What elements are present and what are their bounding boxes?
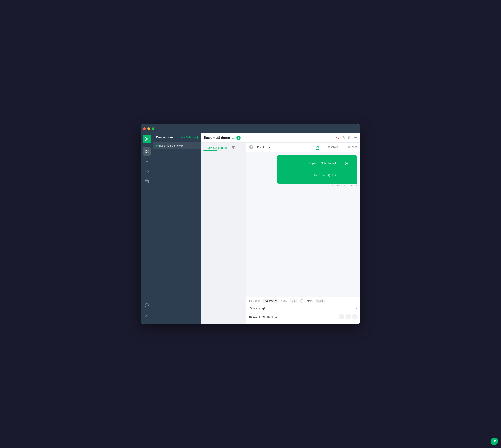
main-area: flask-mqtt-demo ⌵⌵ 1 ⏻ ✎ ⊞ ••• + bbox=[201, 133, 360, 323]
help-icon[interactable]: ? bbox=[249, 145, 253, 149]
qos-label: QoS: bbox=[281, 299, 287, 302]
sidebar-item-data[interactable] bbox=[143, 177, 151, 185]
content-area: + New Subscription bbox=[201, 143, 360, 323]
connection-name: flask-mqtt-demo@b... bbox=[159, 144, 185, 147]
new-collection-button[interactable]: New Collection bbox=[179, 135, 198, 139]
redo-button[interactable]: → bbox=[352, 314, 358, 320]
message-bubble: Topic: /flask/mqtt QoS: 0 Hello from MQT… bbox=[277, 155, 357, 184]
info-icon bbox=[145, 303, 149, 307]
edit-button[interactable]: ✎ bbox=[342, 136, 345, 140]
svg-rect-6 bbox=[145, 180, 149, 181]
publish-area: Payload: Plaintext ∨ QoS: 0 ∨ bbox=[246, 297, 360, 323]
retain-checkbox-input[interactable] bbox=[300, 299, 303, 303]
topic-expand-icon[interactable]: ∨ bbox=[355, 306, 358, 310]
sidebar-item-info[interactable] bbox=[143, 301, 151, 309]
payload-format-dropdown[interactable]: Plaintext ∨ bbox=[262, 299, 279, 303]
settings-icon bbox=[145, 313, 149, 317]
sidebar-item-settings[interactable] bbox=[143, 311, 151, 320]
qos-dropdown[interactable]: 0 ∨ bbox=[290, 299, 297, 303]
logo-icon bbox=[144, 136, 149, 142]
data-icon bbox=[145, 179, 149, 183]
svg-rect-1 bbox=[147, 150, 148, 151]
connections-title: Connections bbox=[156, 136, 173, 139]
svg-rect-0 bbox=[145, 150, 147, 151]
message-tabs: All | Received | Published bbox=[316, 144, 358, 150]
plus-icon: + bbox=[205, 146, 206, 149]
publish-toolbar: Payload: Plaintext ∨ QoS: 0 ∨ bbox=[246, 297, 360, 305]
message-topic-line: Topic: /flask/mqtt QoS: 0 bbox=[309, 162, 354, 165]
message-body: Hello from MQTT X bbox=[309, 174, 337, 177]
tab-published[interactable]: Published bbox=[346, 144, 358, 150]
payload-label: Payload: bbox=[249, 299, 260, 302]
meta-button[interactable]: Meta bbox=[315, 299, 325, 303]
chevron-down-icon: ∨ bbox=[268, 146, 270, 149]
messages-toolbar: ? Plaintext ∨ All | Received | Published bbox=[246, 143, 360, 152]
retain-toggle[interactable]: Retain bbox=[300, 299, 313, 303]
payload-actions: ← − → bbox=[339, 314, 358, 320]
connections-panel: Connections New Collection flask-mqtt-de… bbox=[153, 133, 201, 323]
svg-rect-7 bbox=[145, 181, 149, 182]
add-icon bbox=[145, 159, 149, 163]
tab-received[interactable]: Received bbox=[327, 144, 338, 150]
chevron-down-icon: ∨ bbox=[275, 299, 277, 302]
sidebar-item-add[interactable] bbox=[143, 157, 151, 165]
chevron-down-icon: ∨ bbox=[294, 299, 296, 302]
connection-dropdown-icon[interactable]: ⌵⌵ bbox=[231, 136, 235, 139]
disconnect-button[interactable]: ⏻ bbox=[336, 136, 340, 140]
sidebar bbox=[141, 133, 153, 323]
minimize-button[interactable] bbox=[147, 127, 150, 130]
format-dropdown[interactable]: Plaintext ∨ bbox=[255, 145, 272, 150]
new-subscription-button[interactable]: + New Subscription bbox=[203, 145, 229, 151]
connections-header: Connections New Collection bbox=[153, 133, 201, 142]
active-connection-title: flask-mqtt-demo bbox=[204, 136, 230, 140]
subscriptions-header: + New Subscription bbox=[201, 143, 246, 153]
sidebar-item-connections[interactable] bbox=[143, 147, 151, 156]
clear-button[interactable]: − bbox=[345, 314, 351, 320]
topic-row: ∨ bbox=[246, 305, 360, 312]
connection-item[interactable]: flask-mqtt-demo@b... bbox=[153, 142, 201, 149]
message-timestamp: 2022-05-10 17:07:26:275 bbox=[331, 184, 357, 187]
message-count-badge: 1 bbox=[236, 136, 241, 140]
payload-input[interactable] bbox=[249, 315, 339, 318]
topic-input[interactable] bbox=[249, 307, 355, 310]
filter-icon[interactable] bbox=[231, 145, 236, 151]
main-header: flask-mqtt-demo ⌵⌵ 1 ⏻ ✎ ⊞ ••• bbox=[201, 133, 360, 143]
new-window-button[interactable]: ⊞ bbox=[348, 136, 351, 140]
svg-rect-3 bbox=[147, 152, 148, 153]
app-window: Connections New Collection flask-mqtt-de… bbox=[141, 125, 360, 323]
payload-row: ← − → bbox=[246, 312, 360, 321]
titlebar bbox=[141, 125, 360, 133]
sidebar-item-code[interactable] bbox=[143, 167, 151, 176]
code-icon bbox=[145, 169, 149, 173]
connection-status-dot bbox=[156, 145, 157, 147]
close-button[interactable] bbox=[143, 127, 146, 130]
tab-all[interactable]: All bbox=[316, 144, 319, 150]
subscriptions-panel: + New Subscription bbox=[201, 143, 246, 323]
svg-point-12 bbox=[146, 315, 147, 316]
app-logo bbox=[143, 135, 151, 143]
undo-button[interactable]: ← bbox=[339, 314, 344, 320]
maximize-button[interactable] bbox=[152, 127, 155, 130]
message-container: Topic: /flask/mqtt QoS: 0 Hello from MQT… bbox=[278, 155, 357, 187]
messages-list: Topic: /flask/mqtt QoS: 0 Hello from MQT… bbox=[246, 152, 360, 297]
connections-icon bbox=[145, 149, 149, 154]
svg-rect-2 bbox=[145, 152, 147, 153]
message-item: Topic: /flask/mqtt QoS: 0 Hello from MQT… bbox=[250, 155, 357, 187]
more-options-button[interactable]: ••• bbox=[354, 136, 357, 140]
svg-rect-8 bbox=[145, 182, 149, 183]
send-btn-container bbox=[246, 321, 360, 323]
messages-area: ? Plaintext ∨ All | Received | Published bbox=[246, 143, 360, 323]
